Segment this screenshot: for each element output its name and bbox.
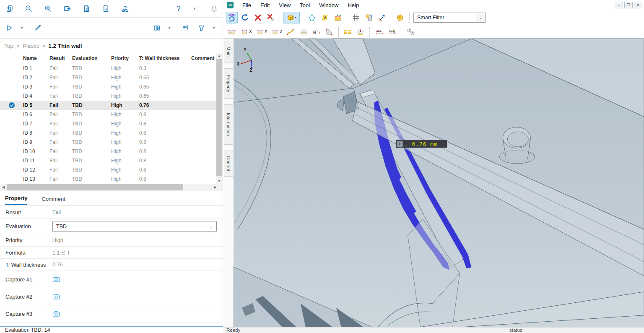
run-icon[interactable] [4, 23, 14, 33]
table-row[interactable]: ID 13FailTBDHigh0.8 [0, 174, 216, 184]
measure-curve-icon[interactable] [285, 26, 296, 38]
header-evaluation[interactable]: Evaluation [72, 55, 111, 61]
chevron-down-icon[interactable]: ▾ [209, 23, 219, 33]
edit-pencil-icon[interactable] [33, 23, 43, 33]
chevron-down-icon[interactable]: ▾ [17, 23, 27, 33]
table-row[interactable]: ID 5FailTBDHigh0.76 [0, 101, 216, 110]
minimize-button[interactable]: – [615, 2, 623, 8]
table-row[interactable]: ID 3FailTBDHigh0.65 [0, 82, 216, 91]
scroll-down-arrow[interactable]: ▼ [216, 178, 223, 184]
smart-filter-combobox[interactable]: Smart Filter ⌄ [413, 13, 486, 23]
camera-icon[interactable] [52, 276, 60, 283]
scroll-thumb[interactable] [7, 184, 183, 190]
breadcrumb-top[interactable]: Top [4, 43, 13, 49]
side-tab-information[interactable]: Information [224, 104, 233, 145]
export-window-icon[interactable] [62, 4, 72, 14]
evaluation-dropdown[interactable]: TBD ⌄ [52, 221, 217, 232]
chevron-down-icon[interactable]: ⌄ [476, 13, 485, 22]
menu-window[interactable]: Window [315, 1, 342, 9]
menu-help[interactable]: Help [344, 1, 363, 9]
help-icon[interactable]: ? [174, 4, 184, 14]
scroll-up-arrow[interactable]: ▲ [216, 53, 223, 59]
table-horizontal-scrollbar[interactable]: ◀ ▶ [0, 184, 223, 191]
table-vertical-scrollbar[interactable]: ▲ ▼ [216, 53, 223, 184]
table-row[interactable]: ID 10FailTBDHigh0.8 [0, 147, 216, 156]
solid-shape-icon[interactable] [394, 12, 406, 23]
bell-icon[interactable] [209, 4, 219, 14]
table-row[interactable]: ID 4FailTBDHigh0.65 [0, 91, 216, 101]
snap-arrow-icon[interactable] [376, 12, 388, 23]
header-name[interactable]: Name [23, 55, 49, 61]
pages-icon[interactable] [4, 4, 14, 14]
delete-icon[interactable] [252, 12, 264, 23]
cross-dimension-icon[interactable] [342, 26, 353, 38]
view-cube-icon[interactable]: ▾ [283, 12, 300, 23]
chevron-down-icon[interactable]: ▾ [164, 23, 174, 33]
table-row[interactable]: ID 8FailTBDHigh0.8 [0, 128, 216, 138]
cell-evaluation: TBD [72, 112, 111, 117]
menu-file[interactable]: File [239, 1, 255, 9]
measure-dome-icon[interactable] [298, 26, 309, 38]
document-report-icon[interactable] [101, 4, 111, 14]
annotation-a-icon[interactable]: A [319, 12, 331, 23]
restore-button[interactable]: ❐ [624, 2, 633, 8]
document-refresh-icon[interactable] [81, 4, 91, 14]
chevron-down-icon[interactable]: ▾ [190, 4, 200, 14]
filter-funnel-icon[interactable] [196, 23, 206, 33]
table-row[interactable]: ID 12FailTBDHigh0.8 [0, 165, 216, 174]
table-row[interactable]: ID 1FailTBDHigh0.3 [0, 64, 216, 73]
side-tab-property[interactable]: Property [224, 68, 233, 99]
menu-tool[interactable]: Tool [296, 1, 314, 9]
rotate-icon[interactable] [239, 12, 251, 23]
measure-radius-icon[interactable]: R [311, 26, 322, 38]
scale-gauge-icon[interactable] [355, 26, 366, 38]
camera-icon[interactable] [52, 293, 60, 300]
header-thickness[interactable]: T: Wall thickness [139, 55, 191, 61]
scroll-right-arrow[interactable]: ▶ [212, 184, 218, 191]
upload-tree-icon[interactable] [120, 4, 130, 14]
coordinate-note-icon[interactable]: (1,2) [387, 26, 399, 38]
filter-flash-icon[interactable] [180, 23, 190, 33]
zoom-in-icon[interactable] [43, 4, 53, 14]
measure-x-icon[interactable]: X [239, 26, 253, 38]
side-tab-control[interactable]: Control [224, 151, 233, 177]
header-comment[interactable]: Comment [191, 55, 216, 61]
cell-result: Fail [49, 65, 72, 71]
3d-viewport[interactable]: Y X Z T = 0.76 mm [234, 39, 644, 327]
measure-angle-icon[interactable] [324, 26, 335, 38]
table-row[interactable]: ID 2FailTBDHigh0.65 [0, 73, 216, 82]
swap-layers-icon[interactable] [363, 12, 375, 23]
cell-priority: High [111, 112, 139, 117]
grid-icon[interactable] [350, 12, 362, 23]
zoom-out-icon[interactable] [23, 4, 34, 14]
close-button[interactable]: ✕ [634, 2, 642, 8]
table-row[interactable]: ID 9FailTBDHigh0.8 [0, 138, 216, 147]
measure-length-icon[interactable] [226, 26, 238, 38]
paint-box-icon[interactable] [332, 12, 344, 23]
book-edit-icon[interactable] [152, 23, 162, 33]
measure-z-icon[interactable]: Z [270, 26, 283, 38]
breadcrumb-plastic[interactable]: Plastic [23, 43, 39, 49]
measurement-label: T = 0.76 mm [396, 140, 447, 148]
tab-comment[interactable]: Comment [42, 196, 65, 205]
table-row[interactable]: ID 11FailTBDHigh0.8 [0, 156, 216, 165]
scroll-thumb[interactable] [216, 59, 222, 176]
menu-view[interactable]: View [275, 1, 294, 9]
text-abc-icon[interactable]: abc [374, 26, 386, 38]
table-row[interactable]: ID 7FailTBDHigh0.8 [0, 119, 216, 128]
camera-icon[interactable] [52, 310, 60, 317]
points-network-icon[interactable] [306, 12, 318, 23]
side-tab-main[interactable]: Main [224, 41, 233, 62]
balloon-numbers-icon[interactable]: 12 [405, 26, 417, 38]
table-row[interactable]: ID 6FailTBDHigh0.8 [0, 110, 216, 119]
measure-y-icon[interactable]: Y [254, 26, 269, 38]
scroll-left-arrow[interactable]: ◀ [0, 184, 7, 191]
menu-edit[interactable]: Edit [257, 1, 273, 9]
cell-result: Fail [49, 158, 72, 164]
cell-thickness: 0.8 [139, 112, 191, 117]
tab-property[interactable]: Property [5, 195, 27, 205]
header-result[interactable]: Result [49, 55, 72, 61]
auto-rotate-icon[interactable]: AUTO [226, 12, 238, 23]
delete-pick-icon[interactable] [265, 12, 277, 23]
header-priority[interactable]: Priority [111, 55, 139, 61]
